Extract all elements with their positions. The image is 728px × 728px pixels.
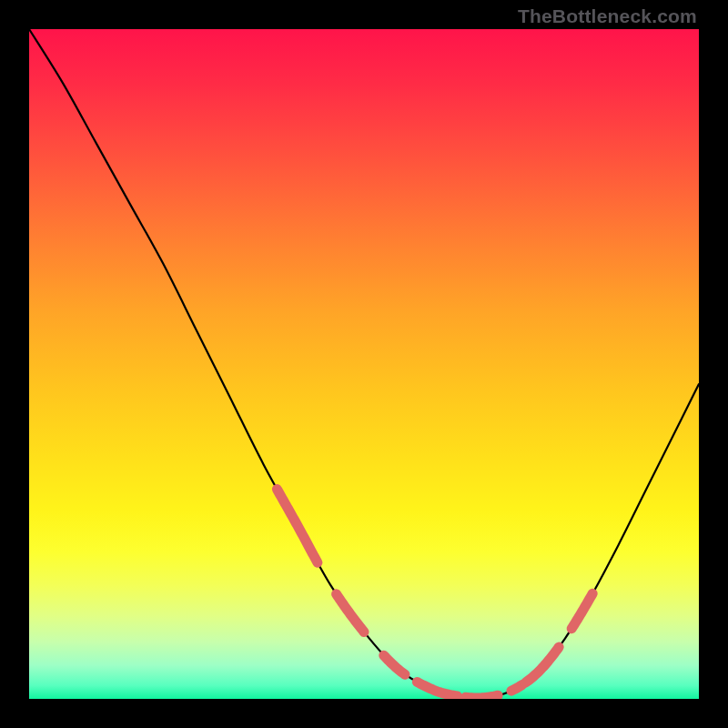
marker-segment [277, 490, 317, 563]
watermark-text: TheBottleneck.com [518, 5, 697, 27]
marker-segment [337, 594, 364, 632]
marker-segment [417, 682, 457, 696]
bottleneck-curve [29, 29, 699, 698]
chart-svg [29, 29, 699, 699]
marker-segment [571, 593, 592, 629]
marker-dots [277, 490, 592, 698]
curve-path [29, 29, 699, 698]
marker-segment [525, 647, 559, 682]
plot-area [29, 29, 699, 699]
marker-segment [384, 655, 405, 674]
marker-segment [465, 695, 498, 698]
marker-segment [511, 685, 522, 692]
chart-frame: TheBottleneck.com [0, 0, 728, 728]
